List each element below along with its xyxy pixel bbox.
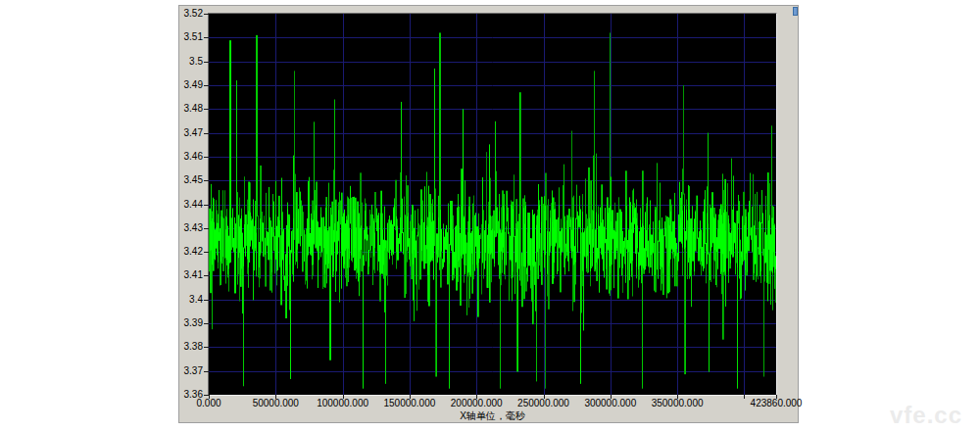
y-tick-label: 3.39 — [173, 318, 203, 328]
x-tick-label: 250000.000 — [517, 399, 569, 408]
x-tick-mark — [611, 395, 612, 399]
panel-corner-handle[interactable] — [793, 7, 798, 16]
y-tick-mark — [204, 347, 209, 348]
x-tick-mark — [544, 395, 545, 399]
y-tick-mark — [204, 133, 209, 134]
x-tick-mark — [744, 395, 745, 399]
x-tick-label: 350000.000 — [652, 399, 704, 408]
y-tick-mark — [204, 228, 209, 229]
y-tick-label: 3.51 — [173, 32, 203, 42]
x-tick-label: 50000.000 — [253, 399, 299, 408]
y-tick-label: 3.52 — [173, 9, 203, 19]
x-tick-label: 200000.000 — [451, 399, 503, 408]
x-tick-mark — [209, 395, 210, 399]
x-tick-label: 423860.000 — [751, 399, 803, 408]
y-tick-mark — [204, 157, 209, 158]
x-tick-mark — [275, 395, 276, 399]
x-tick-mark — [410, 395, 411, 399]
y-tick-mark — [204, 14, 209, 15]
y-tick-label: 3.42 — [173, 247, 203, 257]
x-tick-mark — [776, 395, 777, 399]
y-tick-mark — [204, 371, 209, 372]
x-tick-label: 100000.000 — [317, 399, 368, 408]
y-tick-mark — [204, 205, 209, 206]
x-tick-mark — [343, 395, 344, 399]
y-tick-mark — [204, 109, 209, 110]
y-tick-label: 3.49 — [173, 80, 203, 90]
y-tick-label: 3.47 — [173, 128, 203, 138]
y-tick-label: 3.46 — [173, 152, 203, 162]
y-tick-mark — [204, 85, 209, 86]
x-tick-mark — [677, 395, 678, 399]
waveform-canvas — [209, 14, 776, 395]
y-tick-mark — [204, 300, 209, 301]
y-tick-label: 3.41 — [173, 270, 203, 280]
y-tick-label: 3.37 — [173, 366, 203, 376]
watermark-text: vfe.cc — [890, 402, 962, 429]
y-tick-label: 3.45 — [173, 175, 203, 185]
y-tick-mark — [204, 323, 209, 324]
y-tick-label: 3.43 — [173, 223, 203, 233]
x-axis-unit-label: X轴单位，毫秒 — [209, 409, 776, 423]
y-tick-mark — [204, 37, 209, 38]
plot-area — [208, 13, 777, 396]
y-tick-mark — [204, 180, 209, 181]
y-tick-mark — [204, 275, 209, 276]
y-tick-label: 3.44 — [173, 200, 203, 210]
y-tick-mark — [204, 62, 209, 63]
y-tick-label: 3.5 — [173, 57, 203, 67]
y-tick-label: 3.38 — [173, 342, 203, 352]
y-tick-label: 3.48 — [173, 104, 203, 114]
x-tick-label: 0.000 — [196, 399, 220, 408]
y-tick-label: 3.4 — [173, 295, 203, 305]
y-tick-mark — [204, 252, 209, 253]
x-tick-label: 300000.000 — [584, 399, 636, 408]
x-tick-label: 150000.000 — [383, 399, 435, 408]
x-tick-mark — [476, 395, 477, 399]
